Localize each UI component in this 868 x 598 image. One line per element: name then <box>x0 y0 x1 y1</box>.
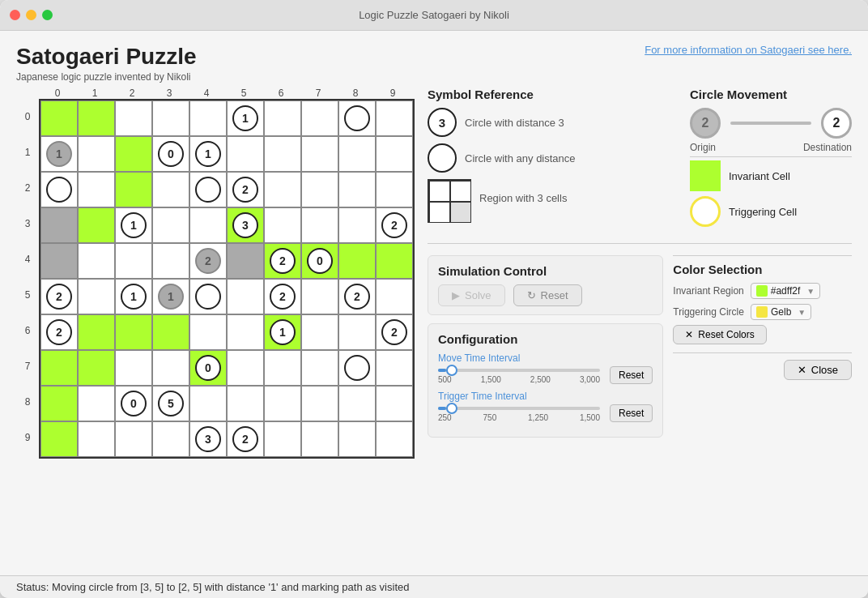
cell-6-4[interactable] <box>189 314 227 350</box>
reset-button[interactable]: ↻ Reset <box>513 284 582 306</box>
cell-2-9[interactable] <box>376 172 413 207</box>
cell-5-6[interactable]: 2 <box>264 279 301 314</box>
cell-6-9[interactable]: 2 <box>376 314 413 350</box>
cell-8-7[interactable] <box>301 386 338 421</box>
cell-2-0[interactable] <box>40 172 78 207</box>
cell-6-5[interactable] <box>227 314 264 350</box>
trigger-reset-button[interactable]: Reset <box>610 404 653 422</box>
cell-1-6[interactable] <box>264 136 301 172</box>
cell-6-3[interactable] <box>152 314 189 350</box>
cell-7-1[interactable] <box>78 350 115 386</box>
cell-5-3[interactable]: 1 <box>152 279 189 314</box>
cell-1-3[interactable]: 0 <box>152 136 189 172</box>
cell-1-9[interactable] <box>376 136 413 172</box>
cell-0-4[interactable] <box>189 100 227 136</box>
cell-2-7[interactable] <box>301 172 338 207</box>
cell-1-0[interactable]: 1 <box>40 136 78 172</box>
cell-5-0[interactable]: 2 <box>40 279 78 314</box>
maximize-traffic-light[interactable] <box>42 10 53 20</box>
cell-3-7[interactable] <box>301 207 338 243</box>
cell-2-1[interactable] <box>78 172 115 207</box>
cell-3-1[interactable] <box>78 207 115 243</box>
trigger-time-thumb[interactable] <box>446 403 457 414</box>
minimize-traffic-light[interactable] <box>26 10 36 20</box>
cell-0-7[interactable] <box>301 100 338 136</box>
cell-5-8[interactable]: 2 <box>338 279 376 314</box>
cell-3-8[interactable] <box>338 207 376 243</box>
cell-5-1[interactable] <box>78 279 115 314</box>
cell-9-5[interactable]: 2 <box>227 421 264 457</box>
cell-3-2[interactable]: 1 <box>115 207 152 243</box>
cell-8-0[interactable] <box>40 386 78 421</box>
cell-1-1[interactable] <box>78 136 115 172</box>
cell-9-6[interactable] <box>264 421 301 457</box>
cell-4-5[interactable] <box>227 243 264 279</box>
cell-5-4[interactable] <box>189 279 227 314</box>
cell-4-7[interactable]: 0 <box>301 243 338 279</box>
cell-9-4[interactable]: 3 <box>189 421 227 457</box>
cell-9-1[interactable] <box>78 421 115 457</box>
cell-6-6[interactable]: 1 <box>264 314 301 350</box>
cell-4-4[interactable]: 2 <box>189 243 227 279</box>
cell-8-5[interactable] <box>227 386 264 421</box>
cell-0-8[interactable] <box>338 100 376 136</box>
close-traffic-light[interactable] <box>10 10 20 20</box>
cell-2-5[interactable]: 2 <box>227 172 264 207</box>
cell-2-2[interactable] <box>115 172 152 207</box>
cell-6-7[interactable] <box>301 314 338 350</box>
cell-8-1[interactable] <box>78 386 115 421</box>
cell-7-5[interactable] <box>227 350 264 386</box>
cell-8-6[interactable] <box>264 386 301 421</box>
cell-7-9[interactable] <box>376 350 413 386</box>
invariant-color-dropdown[interactable]: #adff2f ▼ <box>751 283 820 299</box>
cell-7-0[interactable] <box>40 350 78 386</box>
cell-8-2[interactable]: 0 <box>115 386 152 421</box>
cell-2-8[interactable] <box>338 172 376 207</box>
cell-8-3[interactable]: 5 <box>152 386 189 421</box>
cell-4-1[interactable] <box>78 243 115 279</box>
cell-2-3[interactable] <box>152 172 189 207</box>
cell-0-9[interactable] <box>376 100 413 136</box>
solve-button[interactable]: ▶ Solve <box>438 284 505 306</box>
cell-3-0[interactable] <box>40 207 78 243</box>
cell-1-4[interactable]: 1 <box>189 136 227 172</box>
move-reset-button[interactable]: Reset <box>610 366 653 384</box>
cell-0-3[interactable] <box>152 100 189 136</box>
reset-colors-button[interactable]: ✕ Reset Colors <box>673 325 766 344</box>
cell-3-4[interactable] <box>189 207 227 243</box>
cell-9-7[interactable] <box>301 421 338 457</box>
cell-7-8[interactable] <box>338 350 376 386</box>
cell-3-9[interactable]: 2 <box>376 207 413 243</box>
cell-5-7[interactable] <box>301 279 338 314</box>
cell-9-2[interactable] <box>115 421 152 457</box>
cell-3-3[interactable] <box>152 207 189 243</box>
cell-4-3[interactable] <box>152 243 189 279</box>
cell-9-9[interactable] <box>376 421 413 457</box>
cell-1-2[interactable] <box>115 136 152 172</box>
cell-3-6[interactable] <box>264 207 301 243</box>
cell-9-8[interactable] <box>338 421 376 457</box>
cell-3-5[interactable]: 3 <box>227 207 264 243</box>
cell-0-1[interactable] <box>78 100 115 136</box>
cell-0-2[interactable] <box>115 100 152 136</box>
move-time-slider-track[interactable] <box>438 369 600 372</box>
cell-4-2[interactable] <box>115 243 152 279</box>
cell-4-0[interactable] <box>40 243 78 279</box>
cell-1-8[interactable] <box>338 136 376 172</box>
puzzle-grid[interactable]: 1 1 0 1 <box>39 99 415 459</box>
cell-7-3[interactable] <box>152 350 189 386</box>
cell-5-2[interactable]: 1 <box>115 279 152 314</box>
cell-2-4[interactable] <box>189 172 227 207</box>
cell-1-7[interactable] <box>301 136 338 172</box>
cell-6-2[interactable] <box>115 314 152 350</box>
cell-8-9[interactable] <box>376 386 413 421</box>
close-button[interactable]: ✕ Close <box>784 360 852 380</box>
cell-0-5[interactable]: 1 <box>227 100 264 136</box>
move-time-thumb[interactable] <box>446 365 457 376</box>
cell-0-6[interactable] <box>264 100 301 136</box>
cell-5-5[interactable] <box>227 279 264 314</box>
cell-2-6[interactable] <box>264 172 301 207</box>
cell-9-3[interactable] <box>152 421 189 457</box>
cell-8-8[interactable] <box>338 386 376 421</box>
trigger-time-slider-track[interactable] <box>438 407 600 410</box>
